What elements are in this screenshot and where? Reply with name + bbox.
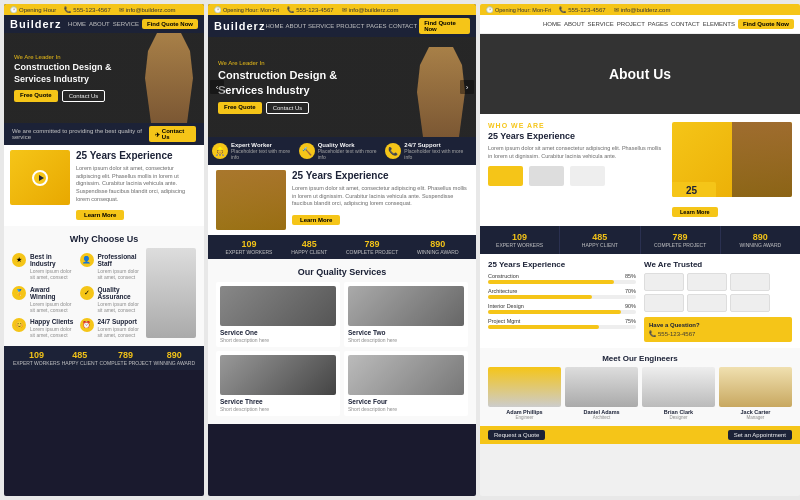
nav-cta[interactable]: Find Quote Now [142,19,198,29]
opening-label: Opening Hour [19,7,56,13]
why-text-6: 24/7 Support Lorem ipsum dolor sit amet,… [98,318,143,338]
why-text-1: Best in Industry Lorem ipsum dolor sit a… [30,253,75,280]
nav-service[interactable]: SERVICE [113,21,139,27]
engineers-section-p3: Meet Our Engineers Adam Phillips Enginee… [480,348,800,426]
nav-contact-p3[interactable]: CONTACT [671,21,700,27]
nav-contact-p2[interactable]: CONTACT [389,23,418,29]
stat-num-p3-3: 789 [643,232,718,242]
why-text-2: Professional Staff Lorem ipsum dolor sit… [98,253,143,280]
nav-project-p2[interactable]: PROJECT [336,23,364,29]
why-item-1: ★ Best in Industry Lorem ipsum dolor sit… [12,253,75,280]
quote-btn-p2[interactable]: Free Quote [218,102,262,114]
progress-fill-2 [488,295,592,299]
nav-pages-p2[interactable]: PAGES [366,23,386,29]
progress-fill-4 [488,325,599,329]
stat-label-1: EXPERT WORKERS [13,360,60,366]
nav-about-p3[interactable]: ABOUT [564,21,585,27]
stat-p3-2: 485 HAPPY CLIENT [560,226,640,254]
trusted-logo-2 [687,273,727,291]
nav-cta-p2[interactable]: Find Quote Now [419,18,470,34]
service-img-3 [220,355,336,395]
progress-label-2: Architecture 70% [488,288,636,294]
learn-more-btn-p1[interactable]: Learn More [76,210,124,220]
stat-p2-1: 109 EXPERT WORKERS [225,239,272,255]
about-text-p3: Who We Are 25 Years Experience Lorem ips… [488,122,666,218]
nav-service-p2[interactable]: SERVICE [308,23,334,29]
about-subtitle-p3: Who We Are [488,122,666,129]
clock-icon: 🕐 [10,6,17,13]
hero-title-p1: Construction Design & Services Industry [14,62,112,85]
engineer-2: Daniel Adams Architect [565,367,638,420]
hero-title-p2: Construction Design & Services Industry [218,68,337,97]
hero-section-p1: We Are Leader In Construction Design & S… [4,33,204,123]
quote-btn-p1[interactable]: Free Quote [14,90,58,102]
nav-service-p3[interactable]: SERVICE [588,21,614,27]
engineer-role-2: Architect [565,415,638,420]
nav-about[interactable]: ABOUT [89,21,110,27]
slider-right-arrow[interactable]: › [460,80,474,94]
learn-more-about-p3[interactable]: Learn More [672,207,718,217]
exp-title-about: 25 Years Experience [488,131,666,141]
progress-side: 25 Years Experience Construction 85% Arc… [488,260,636,342]
hero-title-line1: Construction Design & [14,62,112,72]
person-image-p1 [146,248,196,338]
email-address: info@builderz.com [126,7,176,13]
engineer-role-4: Manager [719,415,792,420]
engineer-img-4 [719,367,792,407]
site-header-p1: Builderz HOME ABOUT SERVICE Find Quote N… [4,15,204,33]
nav-pages-p3[interactable]: PAGES [648,21,668,27]
feature-2: 🔨 Quality Work Placeholder text with mor… [299,142,386,160]
about-worker-img [732,122,792,197]
nav-cta-p3[interactable]: Find Quote Now [738,19,794,29]
stat-num-p3-1: 109 [482,232,557,242]
nav-p3: HOME ABOUT SERVICE PROJECT PAGES CONTACT… [543,19,794,29]
nav-p1: HOME ABOUT SERVICE Find Quote Now [68,19,198,29]
play-button[interactable] [32,170,48,186]
hero-content-p1: We Are Leader In Construction Design & S… [14,54,112,102]
contact-btn-p1[interactable]: Contact Us [62,90,106,102]
contact-bar-text-p1: We are committed to providing the best q… [12,128,149,140]
contact-bar-btn-p1[interactable]: ✈ Contact Us [149,126,196,142]
nav-home-p2[interactable]: HOME [265,23,283,29]
stat-p3-4: 890 WINNING AWARD [721,226,800,254]
trusted-logo-5 [687,294,727,312]
why-item-2: 👤 Professional Staff Lorem ipsum dolor s… [80,253,143,280]
stat-num-1: 109 [13,350,60,360]
stat-label-p2-2: HAPPY CLIENT [291,249,327,255]
stat-num-p2-3: 789 [346,239,398,249]
why-section-p1: Why Choose Us ★ Best in Industry Lorem i… [4,226,204,346]
appointment-btn[interactable]: Set an Appointment [728,430,792,440]
trusted-logo-6 [730,294,770,312]
exp-title-p1: 25 Years Experience [76,150,198,161]
phone-icon: 📞 [64,6,71,13]
slider-left-arrow[interactable]: ‹ [210,80,224,94]
experience-section-p1: 25 Years Experience Lorem ipsum dolor si… [4,145,204,226]
feature-text-1: Expert Worker Placeholder text with more… [231,142,299,160]
worker-silhouette-p1 [139,33,199,123]
opening-info-p3: 🕐 Opening Hour: Mon-Fri [486,6,551,13]
nav-home[interactable]: HOME [68,21,86,27]
about-hero-p3: About Us [480,34,800,114]
nav-home-p3[interactable]: HOME [543,21,561,27]
nav-about-p2[interactable]: ABOUT [285,23,306,29]
why-icon-2: 👤 [80,253,94,267]
logo-p3: Builderz [486,18,537,30]
contact-btn-p2[interactable]: Contact Us [266,102,310,114]
call-info-p2: 📞 555-123-4567 [287,6,333,13]
request-quote-btn[interactable]: Request a Quote [488,430,545,440]
nav-elements-p3[interactable]: ELEMENTS [703,21,735,27]
stat-label-p2-4: WINNING AWARD [417,249,459,255]
stat-p2-2: 485 HAPPY CLIENT [291,239,327,255]
nav-project-p3[interactable]: PROJECT [617,21,645,27]
email-info: ✉ info@builderz.com [119,6,176,13]
why-text-4: Quality Assurance Lorem ipsum dolor sit … [98,286,143,313]
nav-p2: HOME ABOUT SERVICE PROJECT PAGES CONTACT… [265,18,470,34]
learn-more-btn-p2[interactable]: Learn More [292,215,340,225]
stat-label-p2-3: COMPLETE PROJECT [346,249,398,255]
contact-btn-label-p1: Contact Us [162,128,190,140]
phone-icon-p2: 📞 [287,6,294,13]
contact-bar-p1: We are committed to providing the best q… [4,123,204,145]
call-text-p2: 555-123-4567 [296,7,333,13]
exp-image-p2 [216,170,286,230]
stat-p3-1: 109 EXPERT WORKERS [480,226,560,254]
